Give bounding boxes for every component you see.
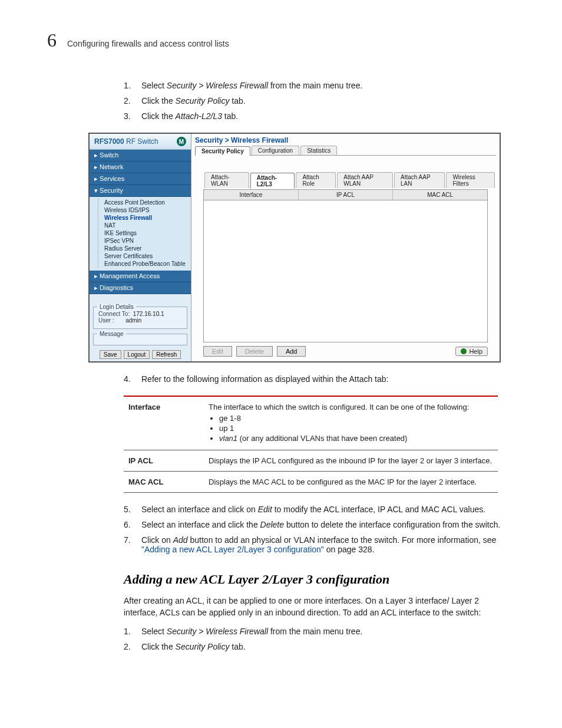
sidebar: RFS7000 RF Switch M ▸ Switch ▸ Network ▸…: [90, 134, 191, 361]
login-details: Login Details Connect To: 172.16.10.1 Us…: [93, 307, 187, 329]
help-icon: [461, 348, 467, 354]
step: 2.Click the Security Policy tab.: [124, 96, 515, 106]
field-description-table: Interface The interface to which the swi…: [124, 396, 498, 493]
tree-probe[interactable]: Enhanced Probe/Beacon Table: [98, 260, 191, 268]
logout-button[interactable]: Logout: [124, 350, 150, 359]
sub-tabs: Attach-WLAN Attach-L2/L3 Attach Role Att…: [201, 171, 500, 188]
table-body[interactable]: [203, 200, 488, 342]
field-name: MAC ACL: [124, 472, 204, 493]
sidebar-buttons: Save Logout Refresh: [93, 350, 187, 359]
step: 5.Select an interface and click on Edit …: [124, 505, 515, 514]
tree-apd[interactable]: Access Point Detection: [98, 199, 191, 206]
field-desc: Displays the MAC ACL to be configured as…: [204, 472, 498, 493]
edit-button[interactable]: Edit: [203, 346, 232, 357]
nav-diagnostics[interactable]: ▸ Diagnostics: [90, 282, 191, 294]
subtab-attach-wlan[interactable]: Attach-WLAN: [204, 172, 249, 188]
security-tree: Access Point Detection Wireless IDS/IPS …: [90, 197, 191, 271]
message-box: Message: [93, 334, 187, 345]
step: 4.Refer to the following information as …: [124, 374, 515, 384]
save-button[interactable]: Save: [100, 350, 121, 359]
subtab-attach-role[interactable]: Attach Role: [296, 172, 336, 188]
step: 2.Click the Security Policy tab.: [124, 642, 515, 651]
tree-ipsec[interactable]: IPSec VPN: [98, 237, 191, 245]
tree-wireless-firewall[interactable]: Wireless Firewall: [98, 214, 191, 222]
col-mac-acl[interactable]: MAC ACL: [393, 190, 487, 200]
add-button[interactable]: Add: [277, 346, 306, 357]
subtab-attach-aap-wlan[interactable]: Attach AAP WLAN: [337, 172, 393, 188]
tab-configuration[interactable]: Configuration: [252, 146, 299, 155]
brand-logo-icon: M: [177, 137, 186, 146]
step: 6.Select an interface and click the Dele…: [124, 520, 515, 529]
step: 3.Click the Attach-L2/L3 tab.: [124, 111, 515, 121]
tab-statistics[interactable]: Statistics: [300, 146, 337, 155]
tree-wids[interactable]: Wireless IDS/IPS: [98, 206, 191, 214]
col-ip-acl[interactable]: IP ACL: [299, 190, 394, 200]
table-row: MAC ACL Displays the MAC ACL to be confi…: [124, 472, 498, 493]
field-name: Interface: [124, 396, 204, 450]
step: 1.Select Security > Wireless Firewall fr…: [124, 627, 515, 636]
step: 1.Select Security > Wireless Firewall fr…: [124, 81, 515, 90]
tree-radius[interactable]: Radius Server: [98, 245, 191, 252]
nav-network[interactable]: ▸ Network: [90, 162, 191, 173]
steps-list-2: 5.Select an interface and click on Edit …: [124, 505, 515, 554]
section-intro: After creating an ACL, it can be applied…: [124, 595, 501, 618]
breadcrumb: Security > Wireless Firewall: [191, 134, 500, 144]
subtab-wireless-filters[interactable]: Wireless Filters: [446, 172, 495, 188]
step-4: 4.Refer to the following information as …: [124, 374, 515, 384]
app-screenshot: RFS7000 RF Switch M ▸ Switch ▸ Network ▸…: [88, 133, 501, 363]
field-desc: Displays the IP ACL configured as the in…: [204, 450, 498, 472]
action-row: Edit Delete Add Help: [203, 346, 488, 357]
nav-services[interactable]: ▸ Services: [90, 173, 191, 185]
nav-switch[interactable]: ▸ Switch: [90, 150, 191, 162]
steps-list-3: 1.Select Security > Wireless Firewall fr…: [124, 627, 515, 651]
tree-nat[interactable]: NAT: [98, 222, 191, 229]
subtab-attach-aap-lan[interactable]: Attach AAP LAN: [394, 172, 445, 188]
delete-button[interactable]: Delete: [236, 346, 273, 357]
product-header: RFS7000 RF Switch M: [90, 134, 191, 150]
tree-certs[interactable]: Server Certificates: [98, 252, 191, 260]
refresh-button[interactable]: Refresh: [152, 350, 181, 359]
table-header: Interface IP ACL MAC ACL: [203, 189, 488, 200]
field-desc: The interface to which the switch is con…: [204, 396, 498, 450]
nav-management[interactable]: ▸ Management Access: [90, 271, 191, 282]
chapter-number: 6: [47, 29, 57, 51]
table-row: IP ACL Displays the IP ACL configured as…: [124, 450, 498, 472]
top-tabs: Security Policy Configuration Statistics: [191, 144, 500, 155]
section-heading: Adding a new ACL Layer 2/Layer 3 configu…: [124, 572, 515, 587]
table-row: Interface The interface to which the swi…: [124, 396, 498, 450]
main-panel: Security > Wireless Firewall Security Po…: [191, 134, 500, 361]
step: 7.Click on Add button to add an physical…: [124, 535, 515, 554]
col-interface[interactable]: Interface: [204, 190, 299, 200]
field-name: IP ACL: [124, 450, 204, 472]
page-header: 6 Configuring firewalls and access contr…: [47, 29, 515, 51]
xref-link[interactable]: "Adding a new ACL Layer 2/Layer 3 config…: [141, 545, 324, 554]
tree-ike[interactable]: IKE Settings: [98, 229, 191, 237]
help-button[interactable]: Help: [455, 347, 488, 356]
chapter-title: Configuring firewalls and access control…: [67, 39, 229, 48]
subtab-attach-l2l3[interactable]: Attach-L2/L3: [250, 173, 295, 189]
steps-list-1: 1.Select Security > Wireless Firewall fr…: [124, 81, 515, 121]
nav-security[interactable]: ▾ Security: [90, 185, 191, 197]
tab-security-policy[interactable]: Security Policy: [195, 146, 250, 156]
